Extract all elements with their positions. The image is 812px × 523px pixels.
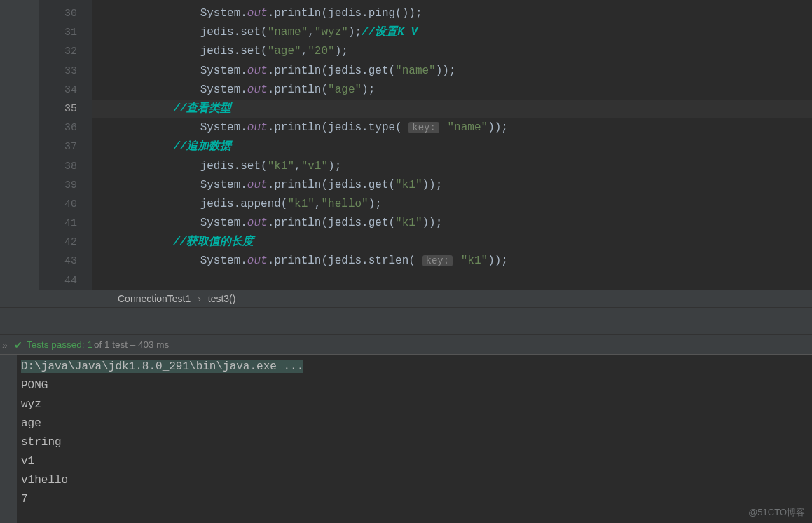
watermark: @51CTO博客 bbox=[748, 506, 805, 519]
code-line[interactable]: System.out.println(jedis.get("k1")); bbox=[92, 176, 812, 195]
console-line: age bbox=[21, 414, 303, 433]
line-number[interactable]: 32 bbox=[39, 42, 92, 61]
check-icon: ✔ bbox=[14, 335, 22, 355]
code-line[interactable]: jedis.set("k1","v1"); bbox=[92, 157, 812, 176]
breadcrumb-method[interactable]: test3() bbox=[208, 293, 236, 304]
gutter[interactable]: 303132333435363738394041424344 bbox=[39, 0, 92, 290]
line-number[interactable]: 36 bbox=[39, 118, 92, 137]
line-number[interactable]: 31 bbox=[39, 23, 92, 42]
console-output[interactable]: D:\java\Java\jdk1.8.0_291\bin\java.exe .… bbox=[17, 355, 303, 523]
tests-passed-label: Tests passed: bbox=[27, 335, 85, 355]
editor-area: 303132333435363738394041424344 System.ou… bbox=[0, 0, 812, 290]
line-number[interactable]: 35 bbox=[39, 100, 92, 118]
code-line[interactable]: jedis.set("age","20"); bbox=[92, 42, 812, 61]
breadcrumb[interactable]: ConnectionTest1 › test3() bbox=[0, 290, 812, 307]
line-number[interactable]: 44 bbox=[39, 271, 92, 290]
code-line[interactable]: System.out.println(jedis.get("k1")); bbox=[92, 214, 812, 233]
code-line[interactable]: //追加数据 bbox=[92, 137, 812, 156]
console-line: 7 bbox=[21, 490, 303, 509]
line-number[interactable]: 42 bbox=[39, 233, 92, 252]
panel-divider[interactable] bbox=[0, 307, 812, 335]
console-command: D:\java\Java\jdk1.8.0_291\bin\java.exe .… bbox=[21, 358, 303, 376]
line-number[interactable]: 30 bbox=[39, 4, 92, 23]
tests-passed-count: 1 bbox=[88, 335, 93, 355]
code-line[interactable]: jedis.set("name","wyz");//设置K_V bbox=[92, 23, 812, 42]
code-line[interactable]: //查看类型 bbox=[92, 100, 812, 118]
code-line[interactable]: System.out.println(jedis.ping()); bbox=[92, 4, 812, 23]
line-number[interactable]: 37 bbox=[39, 137, 92, 156]
code-line[interactable]: System.out.println(jedis.type( key: "nam… bbox=[92, 118, 812, 137]
breadcrumb-separator: › bbox=[198, 293, 201, 304]
breadcrumb-class[interactable]: ConnectionTest1 bbox=[118, 293, 191, 304]
line-number[interactable]: 34 bbox=[39, 81, 92, 100]
console-line: v1 bbox=[21, 452, 303, 471]
code-line[interactable]: System.out.println(jedis.get("name")); bbox=[92, 62, 812, 81]
code-line[interactable]: System.out.println("age"); bbox=[92, 81, 812, 100]
line-number[interactable]: 33 bbox=[39, 62, 92, 81]
console-line: string bbox=[21, 433, 303, 452]
tool-window-strip-left[interactable] bbox=[0, 0, 39, 290]
code-line[interactable]: jedis.append("k1","hello"); bbox=[92, 195, 812, 214]
expand-icon[interactable]: » bbox=[0, 335, 10, 355]
line-number[interactable]: 39 bbox=[39, 176, 92, 195]
line-number[interactable]: 43 bbox=[39, 252, 92, 271]
code-area[interactable]: System.out.println(jedis.ping()); jedis.… bbox=[92, 0, 812, 290]
console-toolbar[interactable] bbox=[0, 355, 17, 523]
test-status-bar: » ✔ Tests passed: 1 of 1 test – 403 ms bbox=[0, 335, 812, 355]
line-number[interactable]: 40 bbox=[39, 195, 92, 214]
code-line[interactable]: System.out.println(jedis.strlen( key: "k… bbox=[92, 252, 812, 271]
code-line[interactable]: //获取值的长度 bbox=[92, 233, 812, 252]
console-line: PONG bbox=[21, 376, 303, 395]
console-line: v1hello bbox=[21, 471, 303, 490]
line-number[interactable]: 38 bbox=[39, 157, 92, 176]
tests-info: of 1 test – 403 ms bbox=[94, 335, 169, 355]
console-line: wyz bbox=[21, 395, 303, 414]
code-line[interactable] bbox=[92, 271, 812, 290]
console-panel: D:\java\Java\jdk1.8.0_291\bin\java.exe .… bbox=[0, 355, 812, 523]
line-number[interactable]: 41 bbox=[39, 214, 92, 233]
